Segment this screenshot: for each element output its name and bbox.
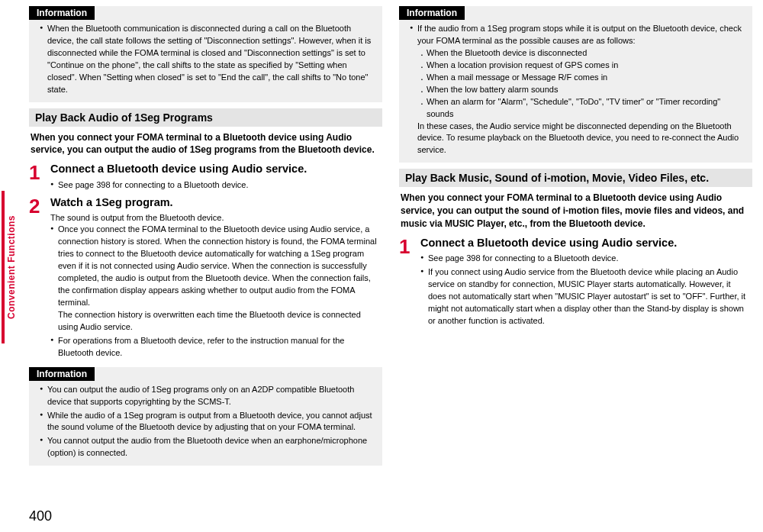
step-2: 2 Watch a 1Seg program. The sound is out… (29, 196, 382, 361)
step-title: Connect a Bluetooth device using Audio s… (420, 237, 749, 250)
sub-item: When an alarm for "Alarm", "Schedule", "… (420, 96, 745, 121)
step-title: Connect a Bluetooth device using Audio s… (50, 163, 379, 176)
step-1: 1 Connect a Bluetooth device using Audio… (29, 163, 382, 192)
info-box-2: Information You can output the audio of … (29, 367, 382, 466)
info-lead: If the audio from a 1Seg program stops w… (417, 24, 742, 45)
section-bar-1seg: Play Back Audio of 1Seg Programs (29, 108, 382, 127)
info-item: While the audio of a 1Seg program is out… (40, 410, 375, 434)
step-bullet: See page 398 for connecting to a Bluetoo… (50, 179, 379, 192)
sub-item: When a mail message or Message R/F comes… (420, 72, 745, 84)
bullet-cont: The connection history is overwritten ea… (58, 309, 379, 334)
section-bar-music: Play Back Music, Sound of i-motion, Movi… (399, 169, 752, 187)
step-number: 2 (29, 196, 50, 361)
sub-item: When a location provision request of GPS… (420, 60, 745, 72)
left-column: Information When the Bluetooth communica… (29, 6, 382, 472)
step-1-right: 1 Connect a Bluetooth device using Audio… (399, 237, 752, 329)
step-subtitle: The sound is output from the Bluetooth d… (50, 212, 379, 224)
info-box-3: Information If the audio from a 1Seg pro… (399, 6, 752, 163)
step-bullet: Once you connect the FOMA terminal to th… (50, 224, 379, 333)
section-lead: When you connect your FOMA terminal to a… (29, 131, 382, 163)
bullet-text: Once you connect the FOMA terminal to th… (58, 224, 377, 307)
info-item: You can output the audio of 1Seg program… (40, 384, 375, 408)
info-title: Information (29, 6, 95, 20)
info-title: Information (399, 6, 465, 20)
step-bullet: See page 398 for connecting to a Bluetoo… (420, 253, 749, 265)
sub-item: When the low battery alarm sounds (420, 84, 745, 96)
side-tab-label: Convenient Functions (6, 215, 17, 319)
right-column: Information If the audio from a 1Seg pro… (399, 6, 752, 472)
side-tab: Convenient Functions (2, 191, 18, 343)
step-bullet: For operations from a Bluetooth device, … (50, 335, 379, 360)
page-number: 400 (29, 508, 52, 524)
info-item: You cannot output the audio from the Blu… (40, 435, 375, 459)
step-bullet: If you connect using Audio service from … (420, 266, 749, 327)
sub-item: When the Bluetooth device is disconnecte… (420, 47, 745, 60)
info-item: When the Bluetooth communication is disc… (40, 23, 375, 96)
step-title: Watch a 1Seg program. (50, 196, 379, 209)
content-columns: Information When the Bluetooth communica… (29, 6, 752, 472)
info-trail: In these cases, the Audio service might … (417, 121, 739, 155)
info-item: If the audio from a 1Seg program stops w… (410, 23, 745, 156)
info-box-1: Information When the Bluetooth communica… (29, 6, 382, 102)
step-number: 1 (399, 237, 420, 329)
section-lead: When you connect your FOMA terminal to a… (399, 192, 752, 236)
step-number: 1 (29, 163, 50, 192)
info-title: Information (29, 367, 95, 381)
